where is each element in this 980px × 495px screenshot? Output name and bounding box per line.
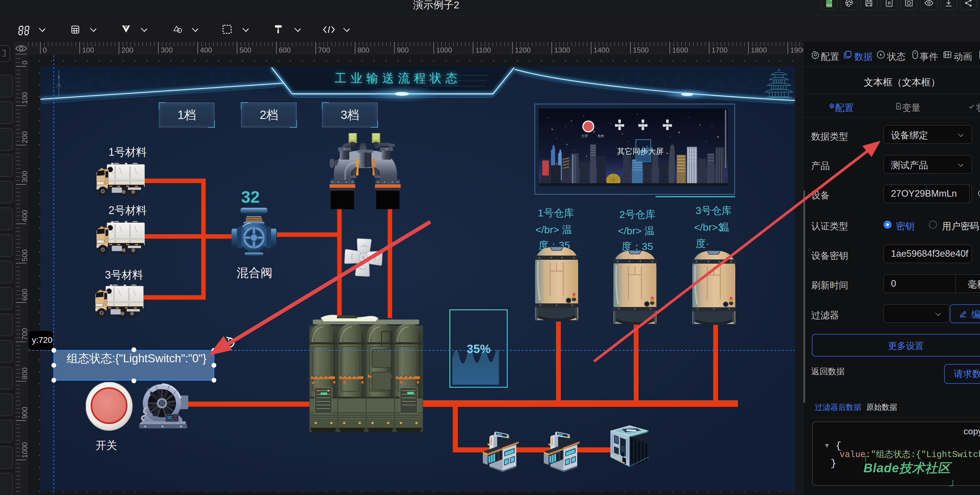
svg-text:700: 700 xyxy=(318,46,330,54)
svg-text:300: 300 xyxy=(21,171,29,183)
svg-text:打开: 打开 xyxy=(581,134,588,138)
svg-text:200: 200 xyxy=(121,46,133,54)
svg-text:1300: 1300 xyxy=(554,46,570,54)
svg-text:1400: 1400 xyxy=(593,46,609,54)
svg-text:1000: 1000 xyxy=(21,442,29,458)
svg-text:XLS: XLS xyxy=(826,3,832,6)
svg-text:400: 400 xyxy=(21,210,29,222)
svg-text:200: 200 xyxy=(21,131,29,143)
svg-text:关闭: 关闭 xyxy=(597,134,604,138)
svg-text:300: 300 xyxy=(161,46,173,54)
svg-text:1100: 1100 xyxy=(476,46,491,54)
svg-text:其它同步大屏: 其它同步大屏 xyxy=(617,147,663,156)
svg-text:100: 100 xyxy=(82,46,94,54)
svg-text:800: 800 xyxy=(21,368,29,379)
svg-text:0: 0 xyxy=(43,46,47,54)
svg-text:0: 0 xyxy=(21,60,29,65)
svg-text:35%: 35% xyxy=(467,342,491,355)
svg-text:500: 500 xyxy=(21,249,29,261)
svg-text:1500: 1500 xyxy=(633,46,649,54)
svg-text:700: 700 xyxy=(21,328,29,340)
svg-text:1000: 1000 xyxy=(436,46,452,54)
svg-text:800: 800 xyxy=(357,46,369,54)
svg-text:1800: 1800 xyxy=(751,46,767,54)
svg-text:1900: 1900 xyxy=(790,46,803,54)
svg-text:1700: 1700 xyxy=(711,46,727,54)
svg-text:1200: 1200 xyxy=(515,46,531,54)
svg-text:100: 100 xyxy=(21,92,29,104)
svg-text:400: 400 xyxy=(200,46,212,54)
svg-text:600: 600 xyxy=(279,46,291,54)
svg-text:1600: 1600 xyxy=(672,46,688,54)
svg-text:600: 600 xyxy=(21,289,29,301)
svg-text:900: 900 xyxy=(21,407,29,419)
svg-text:900: 900 xyxy=(397,46,409,54)
svg-text:500: 500 xyxy=(239,46,251,54)
